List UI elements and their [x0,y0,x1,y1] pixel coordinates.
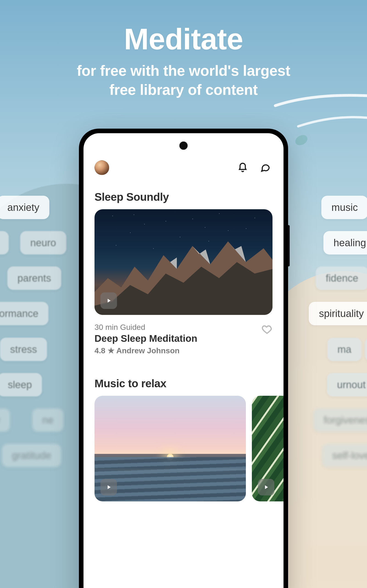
hero-author: Andrew Johnson [116,346,180,355]
waves-decoration [94,457,246,502]
messages-button[interactable] [258,160,273,175]
camera-dot [179,141,188,150]
hero-meta: 30 min Guided Deep Sleep Meditation 4.8 … [94,323,273,355]
marketing-headline: Meditate for free with the world's large… [0,24,367,99]
hero-rating: 4.8 [94,346,105,355]
bell-icon [237,162,248,173]
notifications-button[interactable] [235,160,250,175]
bg-tag-music: music [321,196,367,219]
bg-tag-neuro: neuro [20,231,66,254]
hero-title: Deep Sleep Meditation [94,333,261,344]
play-icon [263,484,269,490]
app-topbar [94,158,273,177]
app-root: Sleep Soundly 30 [83,133,284,588]
profile-avatar[interactable] [94,160,109,175]
bg-tag-selflove: self-love [322,444,367,467]
marketing-subtitle-line2: free library of content [109,82,258,98]
marketing-title: Meditate [0,24,367,54]
phone-frame: Sleep Soundly 30 [79,129,288,588]
music-card-2[interactable] [252,396,284,502]
bg-tag-new: ne [32,408,64,432]
bg-tag-s: s [0,231,9,254]
bg-tag-stress: stress [0,338,47,361]
play-button[interactable] [100,479,117,495]
bg-tag-gratitude: gratitude [2,444,61,467]
play-button[interactable] [100,292,117,309]
marketing-subtitle-line1: for free with the world's largest [77,62,290,79]
music-row[interactable] [94,396,284,502]
bg-tag-healing: healing [323,231,367,254]
sleep-hero-card[interactable] [94,209,273,315]
play-button[interactable] [258,479,274,495]
star-icon: ★ [108,346,116,355]
bg-tag-ma: ma [327,338,361,361]
hero-byline: 4.8 ★ Andrew Johnson [94,346,261,355]
hero-duration: 30 min Guided [94,323,261,332]
bg-tag-confidence: fidence [316,267,367,290]
play-icon [106,484,112,490]
heart-icon [261,324,273,335]
bg-tag-forgiveness: forgiveness [314,408,367,432]
mountain-illustration [94,209,273,315]
phone-screen: Sleep Soundly 30 [83,133,284,588]
bg-tag-performance: formance [0,302,48,325]
chat-icon [260,162,270,173]
bg-tag-ity: ity [0,408,10,432]
svg-point-0 [294,133,309,147]
play-icon [106,297,112,304]
bg-tag-burnout: urnout [327,373,367,397]
section-title-music: Music to relax [94,377,273,390]
section-title-sleep: Sleep Soundly [94,191,273,203]
bg-tag-cha: cha [365,338,367,361]
favorite-button[interactable] [261,324,273,335]
bg-tag-spirituality: spirituality [309,302,367,325]
bg-tag-sleep: sleep [0,373,42,397]
bg-tag-parents: parents [7,267,61,290]
bg-tag-anxiety: anxiety [0,196,49,219]
music-card-1[interactable] [94,396,246,502]
